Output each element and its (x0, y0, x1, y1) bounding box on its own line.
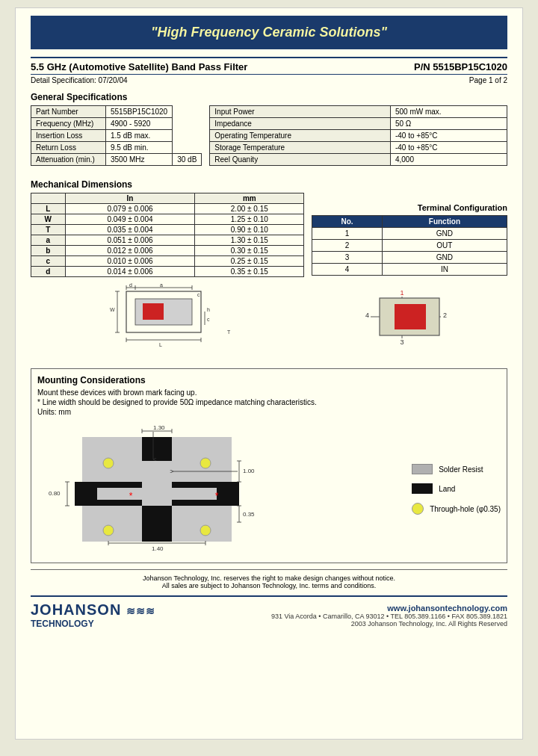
mounting-layout-svg: * * 1.30 1.00 (37, 422, 329, 557)
left-specs-table: Part Number 5515BP15C1020 Frequency (MHz… (31, 105, 202, 166)
col-mm: mm (195, 193, 304, 204)
table-row: 4 IN (312, 264, 507, 276)
svg-rect-37 (97, 488, 217, 500)
table-row: c 0.010 ± 0.006 0.25 ± 0.15 (31, 256, 304, 267)
middle-section: Mechanical Dimensions In mm L 0.079 ± 0.… (31, 173, 507, 362)
svg-text:c: c (197, 292, 200, 297)
col-function: Function (382, 216, 507, 228)
mounting-note1: Mount these devices with brown mark faci… (37, 388, 501, 397)
table-row: a 0.051 ± 0.006 1.30 ± 0.15 (31, 235, 304, 246)
table-row: Reel Quanity 4,000 (210, 154, 507, 166)
svg-text:c: c (207, 317, 210, 322)
title-row: 5.5 GHz (Automotive Satellite) Band Pass… (31, 57, 507, 75)
table-row: Return Loss 9.5 dB min. (31, 142, 202, 154)
svg-text:1.30: 1.30 (153, 424, 165, 431)
mounting-section: Mounting Considerations Mount these devi… (31, 368, 507, 563)
table-row: Insertion Loss 1.5 dB max. (31, 130, 202, 142)
val-part-number: 5515BP15C1020 (106, 106, 173, 118)
svg-text:*: * (215, 491, 219, 501)
dims-table: In mm L 0.079 ± 0.006 2.00 ± 0.15 W 0.04… (31, 193, 304, 277)
legend-label-land: Land (439, 485, 455, 493)
terminal-section: Terminal Configuration No. Function 1 GN… (312, 203, 507, 276)
svg-text:4: 4 (365, 312, 369, 319)
svg-rect-24 (395, 304, 426, 329)
table-row: Frequency (MHz) 4900 - 5920 (31, 118, 202, 130)
table-row: d 0.014 ± 0.006 0.35 ± 0.15 (31, 267, 304, 277)
svg-text:1.00: 1.00 (243, 468, 255, 474)
mech-svg: d a c W h (81, 280, 253, 362)
svg-text:h: h (207, 307, 210, 312)
waves-icon: ≋≋≋ (126, 605, 155, 617)
company-name: JOHANSON ≋≋≋ (31, 601, 155, 619)
company-contact: www.johansontechnology.com 931 Via Acord… (271, 604, 507, 628)
footer-note1: Johanson Technology, Inc. reserves the r… (31, 574, 507, 582)
param-part-number: Part Number (31, 106, 106, 118)
table-row: b 0.012 ± 0.006 0.30 ± 0.15 (31, 246, 304, 256)
legend-area: Solder Resist Land Through-hole (φ0.35) (404, 422, 501, 557)
table-row: 2 OUT (312, 240, 507, 252)
svg-point-43 (200, 525, 211, 536)
svg-text:0.80: 0.80 (49, 490, 61, 497)
detail-spec: Detail Specification: 07/20/04 (31, 76, 128, 84)
svg-rect-2 (143, 303, 164, 320)
terminal-header: No. Function (312, 216, 507, 228)
solder-resist-icon (412, 464, 433, 474)
left-specs: Part Number 5515BP15C1020 Frequency (MHz… (31, 105, 202, 166)
mechanical-drawing: d a c W h (31, 280, 304, 362)
copyright: 2003 Johanson Technology, Inc. All Right… (271, 620, 507, 628)
svg-text:W: W (110, 307, 115, 312)
legend-label-through-hole: Through-hole (φ0.35) (430, 505, 501, 513)
svg-text:L: L (159, 342, 162, 347)
general-specs-title: General Specifications (31, 92, 507, 102)
table-row: 3 GND (312, 252, 507, 264)
table-row: Impedance 50 Ω (210, 118, 507, 130)
svg-text:1: 1 (401, 289, 404, 297)
table-row: Part Number 5515BP15C1020 (31, 106, 202, 118)
chip-diagram: 1 2 3 4 (312, 283, 507, 350)
right-specs: Input Power 500 mW max. Impedance 50 Ω O… (209, 105, 507, 166)
mechanical-dims: Mechanical Dimensions In mm L 0.079 ± 0.… (31, 173, 304, 362)
mech-title: Mechanical Dimensions (31, 179, 304, 190)
table-row: Operating Temperature -40 to +85°C (210, 130, 507, 142)
address: 931 Via Acorda • Camarillo, CA 93012 • T… (271, 613, 507, 620)
table-row: L 0.079 ± 0.006 2.00 ± 0.15 (31, 204, 304, 214)
website: www.johansontechnology.com (271, 604, 507, 613)
svg-text:d: d (129, 282, 132, 288)
svg-text:0.35: 0.35 (243, 511, 255, 518)
land-icon (412, 483, 433, 494)
right-panel: Terminal Configuration No. Function 1 GN… (312, 173, 507, 362)
legend-solder-resist: Solder Resist (412, 464, 501, 474)
right-specs-table: Input Power 500 mW max. Impedance 50 Ω O… (209, 105, 507, 166)
terminal-table: No. Function 1 GND 2 OUT (312, 215, 507, 276)
through-hole-icon (412, 503, 424, 515)
company-sub: TECHNOLOGY (31, 619, 155, 629)
svg-text:3: 3 (401, 338, 404, 346)
table-row: Storage Temperature -40 to +85°C (210, 142, 507, 154)
page-info: Page 1 of 2 (469, 76, 507, 84)
mounting-note3: Units: mm (37, 408, 501, 416)
footer-note2: All sales are subject to Johanson Techno… (31, 582, 507, 589)
mounting-diagram: * * 1.30 1.00 (37, 422, 501, 557)
svg-text:2: 2 (443, 312, 447, 319)
terminal-title: Terminal Configuration (312, 203, 507, 212)
chip-svg: 1 2 3 4 (357, 283, 462, 350)
table-row: 1 GND (312, 228, 507, 240)
legend-land: Land (412, 483, 501, 494)
company-footer: JOHANSON ≋≋≋ TECHNOLOGY www.johansontech… (31, 595, 507, 629)
svg-point-40 (103, 458, 114, 468)
banner-text: "High Frequency Ceramic Solutions" (151, 25, 387, 40)
svg-text:*: * (129, 491, 133, 501)
svg-point-41 (200, 458, 211, 468)
table-row: Input Power 500 mW max. (210, 106, 507, 118)
part-number: P/N 5515BP15C1020 (414, 61, 507, 72)
page: "High Frequency Ceramic Solutions" 5.5 G… (15, 7, 523, 740)
specs-container: Part Number 5515BP15C1020 Frequency (MHz… (31, 105, 507, 166)
svg-point-42 (103, 525, 114, 536)
company-logo: JOHANSON ≋≋≋ TECHNOLOGY (31, 601, 155, 629)
mounting-title: Mounting Considerations (37, 375, 501, 385)
dims-header: In mm (31, 193, 304, 204)
table-row: Attenuation (min.) 3500 MHz 30 dB (31, 154, 202, 166)
col-no: No. (312, 216, 382, 228)
col-in: In (65, 193, 195, 204)
table-row: W 0.049 ± 0.004 1.25 ± 0.10 (31, 214, 304, 225)
